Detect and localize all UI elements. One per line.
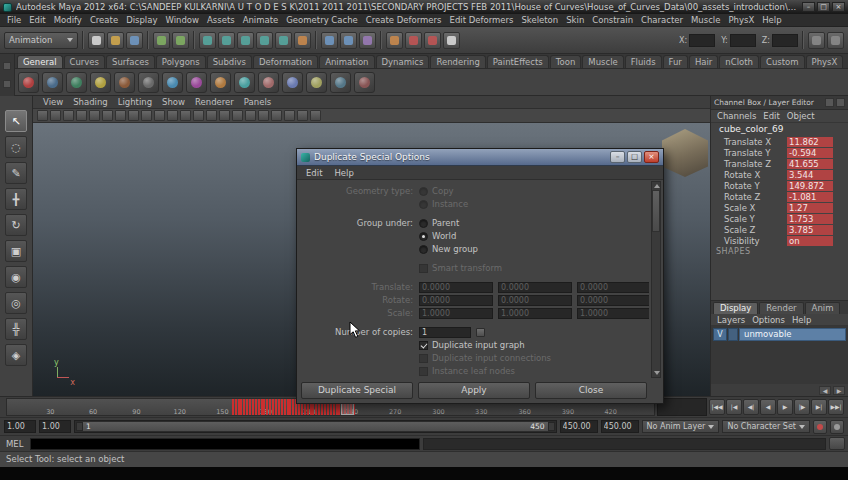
ipr-render-icon[interactable] [424, 32, 441, 49]
keyframe-tick[interactable] [284, 399, 286, 415]
dialog-scrollbar[interactable] [651, 181, 661, 378]
step-back-key-button[interactable]: |◀ [726, 399, 742, 415]
viewport-toolbar-icon[interactable] [102, 110, 113, 121]
channel-name[interactable]: Scale Z [724, 225, 787, 235]
animation-end-field[interactable] [601, 420, 639, 433]
viewport-toolbar-icon[interactable] [154, 110, 165, 121]
dialog-edit-menu[interactable]: Edit [301, 168, 327, 178]
make-live-icon[interactable] [294, 32, 311, 49]
duplicate-input-connections-checkbox[interactable] [419, 354, 428, 363]
layer-options-menu[interactable]: Options [749, 315, 788, 325]
keyframe-tick[interactable] [263, 399, 265, 415]
duplicate-input-graph-checkbox[interactable] [419, 341, 428, 350]
script-editor-icon[interactable] [829, 437, 845, 450]
dialog-help-menu[interactable]: Help [329, 168, 358, 178]
dialog-minimize-button[interactable]: – [610, 151, 625, 163]
apply-button[interactable]: Apply [418, 382, 530, 399]
instance-leaf-nodes-checkbox[interactable] [419, 367, 428, 376]
keyframe-tick[interactable] [240, 399, 242, 415]
keyframe-tick[interactable] [272, 399, 274, 415]
rotate-x-field[interactable] [419, 295, 493, 306]
shelf-tab-subdivs[interactable]: Subdivs [207, 55, 252, 68]
shelf-icon-7[interactable] [162, 72, 183, 93]
snap-to-grid-icon[interactable] [199, 32, 216, 49]
copy-radio-label[interactable]: Copy [432, 186, 454, 196]
viewport-toolbar-icon[interactable] [206, 110, 217, 121]
paint-select-tool-icon[interactable]: ✎ [5, 162, 27, 184]
menu-geometry-cache[interactable]: Geometry Cache [282, 15, 362, 25]
shelf-tab-rendering[interactable]: Rendering [430, 55, 485, 68]
keyframe-tick[interactable] [269, 399, 271, 415]
rotate-tool-icon[interactable]: ↻ [5, 214, 27, 236]
duplicate-input-graph-label[interactable]: Duplicate input graph [432, 340, 525, 350]
viewport-menu-shading[interactable]: Shading [68, 97, 113, 107]
rotate-y-field[interactable] [498, 295, 572, 306]
toolbar-separator[interactable] [145, 30, 151, 50]
scale-z-field[interactable] [577, 308, 649, 319]
render-settings-icon[interactable] [443, 32, 460, 49]
channel-name[interactable]: Scale X [724, 203, 787, 213]
command-language-label[interactable]: MEL [3, 439, 27, 449]
keyframe-tick[interactable] [235, 399, 237, 415]
view-cube[interactable] [662, 129, 708, 177]
layer-tab-anim[interactable]: Anim [805, 302, 841, 314]
smart-transform-checkbox[interactable] [419, 264, 428, 273]
shelf-icon-3[interactable] [66, 72, 87, 93]
layer-name[interactable]: unmovable [739, 328, 846, 341]
channel-name[interactable]: Visibility [724, 236, 787, 246]
scale-x-field[interactable] [419, 308, 493, 319]
shelf-tab-ncloth[interactable]: nCloth [719, 55, 759, 68]
viewport-toolbar-icon[interactable] [63, 110, 74, 121]
shelf-tab-muscle[interactable]: Muscle [582, 55, 623, 68]
keyframe-tick[interactable] [232, 399, 234, 415]
viewport-toolbar-icon[interactable] [271, 110, 282, 121]
play-backwards-button[interactable]: ◀ [760, 399, 776, 415]
move-tool-icon[interactable]: ╋ [5, 188, 27, 210]
keyframe-tick[interactable] [252, 399, 254, 415]
lasso-tool-icon[interactable]: ◌ [5, 136, 27, 158]
viewport-menu-lighting[interactable]: Lighting [113, 97, 157, 107]
close-dialog-button[interactable]: Close [535, 382, 647, 399]
shelf-icon-13[interactable] [306, 72, 327, 93]
instance-radio[interactable] [419, 200, 428, 209]
menu-file[interactable]: File [3, 15, 25, 25]
menu-display[interactable]: Display [122, 15, 161, 25]
redo-icon[interactable] [172, 32, 189, 49]
shelf-menu-icon[interactable] [3, 80, 11, 88]
toolbar-separator[interactable] [191, 30, 197, 50]
shelf-tab-animation[interactable]: Animation [319, 55, 374, 68]
duplicate-special-button[interactable]: Duplicate Special [301, 382, 413, 399]
menu-skeleton[interactable]: Skeleton [517, 15, 562, 25]
viewport-menu-panels[interactable]: Panels [239, 97, 276, 107]
channel-value-keyed[interactable]: 3.544 [787, 170, 833, 180]
playback-start-field[interactable] [39, 420, 71, 433]
parent-radio[interactable] [419, 219, 428, 228]
menu-assets[interactable]: Assets [203, 15, 239, 25]
go-to-range-end-button[interactable]: ▶▶| [828, 399, 844, 415]
playback-end-field[interactable] [560, 420, 598, 433]
shelf-icon-2[interactable] [42, 72, 63, 93]
viewport-toolbar-icon[interactable] [297, 110, 308, 121]
copy-radio[interactable] [419, 187, 428, 196]
coord-z-input[interactable] [772, 34, 798, 47]
viewport-toolbar-icon[interactable] [50, 110, 61, 121]
menu-edit-deformers[interactable]: Edit Deformers [446, 15, 518, 25]
number-of-copies-field[interactable] [419, 327, 471, 338]
scale-y-field[interactable] [498, 308, 572, 319]
command-input[interactable] [30, 438, 420, 450]
viewport-toolbar-icon[interactable] [141, 110, 152, 121]
anim-layer-selector[interactable]: No Anim Layer [642, 420, 720, 433]
shelf-icon-15[interactable] [354, 72, 375, 93]
channel-object-menu[interactable]: Object [784, 111, 818, 121]
scale-tool-icon[interactable]: ▣ [5, 240, 27, 262]
shelf-icon-10[interactable] [234, 72, 255, 93]
toolbar-separator[interactable] [378, 30, 384, 50]
shelf-icon-4[interactable] [90, 72, 111, 93]
menu-help[interactable]: Help [758, 15, 785, 25]
menu-modify[interactable]: Modify [50, 15, 86, 25]
open-render-view-icon[interactable] [386, 32, 403, 49]
channel-name[interactable]: Rotate X [724, 170, 787, 180]
scroll-left-icon[interactable]: ◀ [819, 386, 831, 395]
parent-radio-label[interactable]: Parent [432, 218, 459, 228]
viewport-toolbar-icon[interactable] [167, 110, 178, 121]
